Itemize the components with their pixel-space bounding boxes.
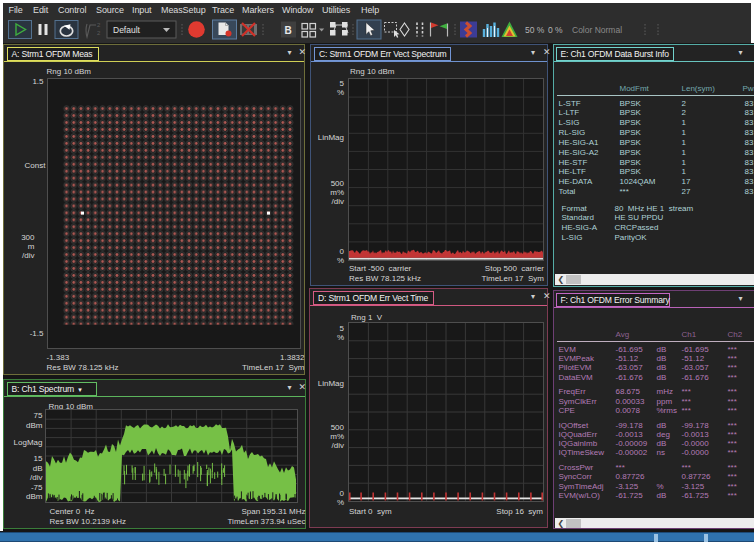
svg-text:2: 2 <box>97 22 101 28</box>
svg-text:50 %: 50 % <box>525 25 545 35</box>
svg-text:Default: Default <box>113 25 141 35</box>
svg-text:2: 2 <box>97 30 101 36</box>
svg-text:Color Normal: Color Normal <box>572 25 622 35</box>
svg-text:B: B <box>285 25 292 36</box>
svg-text:0 %: 0 % <box>548 25 563 35</box>
